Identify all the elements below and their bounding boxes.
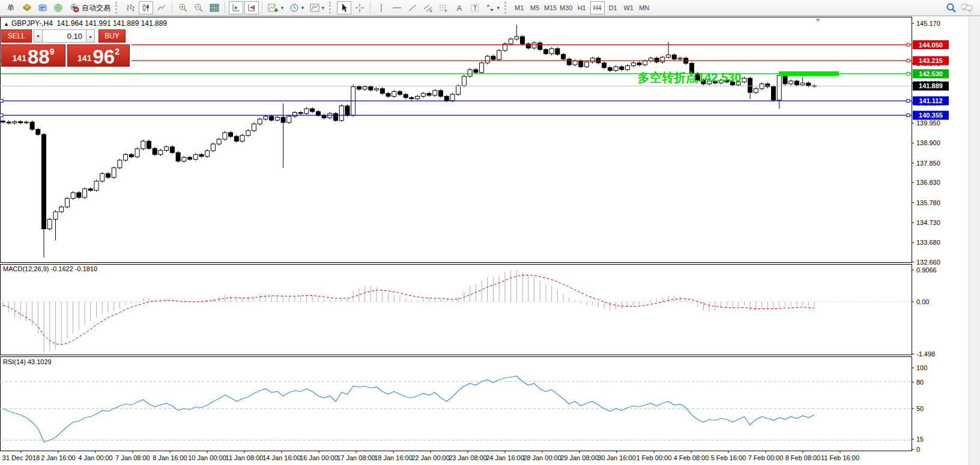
- date-tick-label[interactable]: 4 Jan 00:00: [78, 454, 113, 461]
- bar-chart-icon[interactable]: [123, 1, 138, 14]
- bullish-candle: [789, 81, 793, 84]
- templates-button[interactable]: ▼: [308, 1, 327, 14]
- bullish-candle: [287, 116, 291, 122]
- bearish-candle: [369, 87, 373, 90]
- channel-icon[interactable]: E: [421, 1, 435, 14]
- arrows-button[interactable]: ▼: [483, 1, 503, 14]
- bullish-candle: [480, 63, 484, 73]
- bullish-candle: [585, 62, 589, 67]
- trendline-icon[interactable]: [405, 1, 420, 14]
- toolbar-grip[interactable]: [115, 2, 119, 14]
- volume-increase-button[interactable]: ▲: [86, 29, 95, 43]
- date-tick-label[interactable]: 4 Feb 08:00: [674, 454, 709, 461]
- bullish-candle: [124, 154, 128, 160]
- date-tick-label[interactable]: 24 Jan 16:00: [486, 454, 524, 461]
- date-tick-label[interactable]: 28 Jan 00:00: [523, 454, 561, 461]
- candlestick-icon[interactable]: [139, 1, 153, 14]
- toolbar-grip[interactable]: [329, 2, 333, 14]
- timeframe-m15[interactable]: M15: [543, 1, 558, 14]
- zoom-out-icon[interactable]: [192, 1, 206, 14]
- collapse-panel-icon[interactable]: ▲: [4, 21, 9, 27]
- date-tick-label[interactable]: 14 Jan 16:00: [262, 454, 301, 461]
- date-tick-label[interactable]: 5 Feb 16:00: [711, 454, 746, 461]
- date-tick-label[interactable]: 7 Jan 08:00: [115, 454, 150, 461]
- date-tick-label[interactable]: 8 Jan 16:00: [153, 454, 187, 461]
- main-pane[interactable]: [1, 17, 912, 263]
- bullish-candle: [165, 147, 169, 151]
- sell-button[interactable]: SELL: [1, 29, 32, 43]
- toolbar-grip[interactable]: [504, 2, 509, 14]
- timeframe-h1[interactable]: H1: [575, 1, 589, 14]
- date-tick-label[interactable]: 17 Jan 08:00: [337, 454, 375, 461]
- date-tick-label[interactable]: 30 Jan 16:00: [597, 454, 636, 461]
- navigator-icon[interactable]: [51, 1, 65, 14]
- date-tick-label[interactable]: 10 Jan 00:00: [188, 454, 226, 461]
- indicators-button[interactable]: ▼: [266, 1, 286, 14]
- horizontal-line-icon[interactable]: [390, 1, 404, 14]
- bearish-candle: [398, 92, 402, 95]
- date-tick-label[interactable]: 8 Feb 08:00: [785, 454, 821, 461]
- timeframe-mn[interactable]: MN: [637, 1, 652, 14]
- chat-icon[interactable]: [960, 1, 974, 14]
- timeframe-m5[interactable]: M5: [528, 1, 542, 14]
- date-tick-label[interactable]: 22 Jan 00:00: [411, 454, 450, 461]
- macd-pane[interactable]: [1, 265, 912, 355]
- bid-pips: 88: [28, 48, 50, 66]
- date-tick-label[interactable]: 11 Jan 08:00: [226, 454, 264, 461]
- date-tick-label[interactable]: 18 Jan 16:00: [374, 454, 413, 461]
- ask-price-button[interactable]: 141 96 2: [67, 44, 130, 67]
- price-chart[interactable]: 145.170143.070142.020141.000139.950138.9…: [0, 17, 980, 465]
- chart-shift-icon[interactable]: [244, 1, 259, 14]
- text-label-icon[interactable]: T: [468, 1, 482, 14]
- line-chart-icon[interactable]: [154, 1, 169, 14]
- bullish-candle: [83, 189, 87, 197]
- line-anchor[interactable]: [0, 100, 3, 103]
- bullish-candle: [24, 122, 28, 122]
- line-anchor[interactable]: [907, 72, 910, 75]
- date-tick-label[interactable]: 11 Feb 16:00: [821, 454, 859, 461]
- line-anchor[interactable]: [0, 114, 3, 117]
- line-anchor[interactable]: [907, 43, 910, 46]
- new-order-button[interactable]: 单: [3, 1, 19, 14]
- date-tick-label[interactable]: 29 Jan 08:00: [560, 454, 599, 461]
- text-icon[interactable]: A: [452, 1, 467, 14]
- date-tick-label[interactable]: 7 Feb 00:00: [748, 454, 784, 461]
- date-tick-label[interactable]: 1 Feb 00:00: [637, 454, 672, 461]
- macd-indicator-label: MACD(12,26,9) -0.1622 -0.1810: [3, 265, 97, 272]
- volume-input[interactable]: 0.10: [43, 29, 86, 43]
- rsi-pane[interactable]: [1, 357, 912, 451]
- line-anchor[interactable]: [907, 114, 910, 117]
- pivot-zone-rectangle[interactable]: [779, 71, 839, 76]
- date-tick-label[interactable]: 16 Jan 00:00: [300, 454, 338, 461]
- autotrading-button[interactable]: 自动交易: [67, 1, 113, 14]
- line-anchor[interactable]: [907, 59, 910, 62]
- new-order-icon[interactable]: [20, 1, 34, 14]
- date-tick-label[interactable]: 31 Dec 2018: [2, 454, 40, 461]
- bearish-candle: [170, 147, 174, 153]
- marketwatch-icon[interactable]: [35, 1, 50, 14]
- bearish-candle: [36, 129, 40, 134]
- zoom-in-icon[interactable]: [176, 1, 190, 14]
- crosshair-icon[interactable]: [352, 1, 367, 14]
- cursor-icon[interactable]: [337, 1, 351, 14]
- search-icon[interactable]: [944, 1, 958, 14]
- auto-scroll-icon[interactable]: [229, 1, 243, 14]
- tile-windows-icon[interactable]: [207, 1, 222, 14]
- line-anchor[interactable]: [907, 100, 910, 103]
- bid-price-button[interactable]: 141 88 9: [1, 44, 65, 67]
- timeframe-d1[interactable]: D1: [606, 1, 620, 14]
- timeframe-m30[interactable]: M30: [559, 1, 573, 14]
- volume-decrease-button[interactable]: ▼: [34, 29, 43, 43]
- timeframe-m1[interactable]: M1: [512, 1, 527, 14]
- timeframe-h4[interactable]: H4: [590, 1, 605, 14]
- periods-button[interactable]: ▼: [288, 1, 307, 14]
- timeframe-w1[interactable]: W1: [622, 1, 636, 14]
- bullish-candle: [118, 160, 122, 168]
- fibonacci-icon[interactable]: F: [437, 1, 451, 14]
- date-tick-label[interactable]: 23 Jan 08:00: [449, 454, 487, 461]
- buy-button[interactable]: BUY: [98, 29, 126, 43]
- bearish-candle: [334, 113, 338, 121]
- vertical-line-icon[interactable]: [374, 1, 389, 14]
- date-tick-label[interactable]: 2 Jan 16:00: [41, 454, 76, 461]
- bearish-candle: [281, 117, 285, 122]
